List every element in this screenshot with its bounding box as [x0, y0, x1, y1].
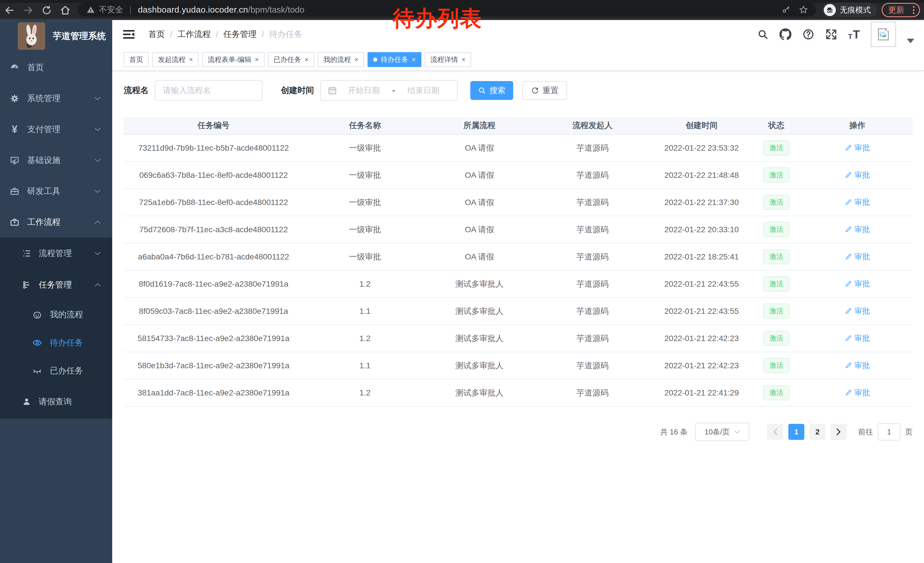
cell-task-id: 58154733-7ac8-11ec-a9e2-a2380e71991a [124, 334, 303, 343]
status-badge: 激活 [763, 195, 789, 210]
sidebar-item-home[interactable]: 首页 [0, 52, 112, 83]
tags-view: 首页 发起流程× 流程表单-编辑× 已办任务× 我的流程× 待办任务× 流程详情… [112, 49, 924, 71]
topbar: 首页 / 工作流程 / 任务管理 / 待办任务 TT [112, 20, 924, 49]
chevron-down-icon [94, 251, 101, 255]
approve-link[interactable]: 审批 [845, 251, 870, 262]
approve-link[interactable]: 审批 [845, 360, 870, 371]
sidebar-item-workflow[interactable]: 工作流程 [0, 207, 112, 238]
cell-task-name: 一级审批 [303, 197, 426, 208]
dashboard-icon [10, 63, 20, 72]
close-icon[interactable]: × [189, 56, 193, 63]
browser-back-button[interactable] [4, 5, 15, 16]
url-path: /bpm/task/todo [248, 5, 304, 15]
page-button-2[interactable]: 2 [810, 424, 825, 440]
bookmark-star-icon[interactable] [799, 5, 808, 15]
tab-home[interactable]: 首页 [124, 52, 149, 67]
tab-done-tasks[interactable]: 已办任务× [268, 52, 314, 67]
monitor-icon [10, 156, 20, 165]
prev-page-button[interactable] [767, 424, 783, 440]
table-row: a6aba0a4-7b6d-11ec-b781-acde48001122 一级审… [124, 243, 912, 270]
broken-image-icon [876, 27, 891, 42]
task-table: 任务编号 任务名称 所属流程 流程发起人 创建时间 状态 操作 73211d9d… [124, 117, 912, 407]
approve-link[interactable]: 审批 [845, 333, 870, 343]
process-name-label: 流程名 [124, 85, 148, 96]
app-title: 芋道管理系统 [52, 30, 106, 42]
approve-link[interactable]: 审批 [845, 306, 870, 316]
sidebar-item-payment[interactable]: ¥ 支付管理 [0, 114, 112, 145]
breadcrumb-home[interactable]: 首页 [148, 29, 165, 40]
sidebar-item-task-management[interactable]: 任务管理 [0, 269, 112, 301]
app-logo[interactable]: 芋道管理系统 [0, 20, 112, 52]
chevron-down-icon [94, 128, 101, 131]
approve-link[interactable]: 审批 [845, 170, 870, 180]
sidebar-collapse-button[interactable] [122, 29, 136, 41]
incognito-icon [824, 4, 836, 16]
cell-process: 测试多审批人 [426, 279, 532, 290]
github-icon[interactable] [780, 29, 792, 41]
chevron-up-icon [94, 283, 101, 287]
approve-link[interactable]: 审批 [845, 387, 870, 398]
process-name-input[interactable] [155, 80, 262, 101]
tab-my-process[interactable]: 我的流程× [318, 52, 364, 67]
breadcrumb: 首页 / 工作流程 / 任务管理 / 待办任务 [148, 29, 302, 40]
password-key-icon[interactable] [782, 5, 790, 14]
sidebar-item-system[interactable]: 系统管理 [0, 83, 112, 114]
tab-process-form-edit[interactable]: 流程表单-编辑× [202, 52, 264, 67]
cell-task-id: 069c6a63-7b8a-11ec-8ef0-acde48001122 [124, 171, 303, 180]
help-icon[interactable] [802, 29, 814, 41]
cell-create-time: 2022-01-22 18:25:41 [652, 252, 750, 261]
approve-link[interactable]: 审批 [845, 224, 870, 234]
cell-process: 测试多审批人 [426, 387, 532, 398]
todo-list-annotation: 待办列表 [393, 4, 482, 33]
sidebar-item-my-process[interactable]: 我的流程 [0, 301, 112, 329]
cell-task-id: a6aba0a4-7b6d-11ec-b781-acde48001122 [124, 252, 303, 261]
browser-home-button[interactable] [60, 5, 71, 16]
sidebar-item-done-tasks[interactable]: 已办任务 [0, 357, 112, 385]
cell-task-name: 一级审批 [303, 143, 426, 153]
approve-link[interactable]: 审批 [845, 143, 870, 153]
close-icon[interactable]: × [412, 56, 416, 63]
fullscreen-icon[interactable] [825, 29, 837, 41]
tab-todo-tasks[interactable]: 待办任务× [368, 52, 422, 67]
search-button[interactable]: 搜索 [470, 81, 513, 100]
cell-starter: 芋道源码 [532, 279, 652, 290]
approve-link[interactable]: 审批 [845, 279, 870, 289]
tab-start-process[interactable]: 发起流程× [152, 52, 199, 67]
breadcrumb-task-management[interactable]: 任务管理 [223, 29, 256, 40]
sidebar-item-devtools[interactable]: 研发工具 [0, 176, 112, 207]
goto-page-input[interactable] [878, 423, 900, 440]
sidebar-item-todo-tasks[interactable]: 待办任务 [0, 329, 112, 357]
next-page-button[interactable] [831, 424, 847, 440]
date-range-picker[interactable]: 开始日期 - 结束日期 [320, 80, 458, 101]
tab-process-detail[interactable]: 流程详情× [425, 52, 471, 67]
hamburger-collapse-icon [122, 29, 136, 41]
table-row: 725a1eb6-7b88-11ec-8ef0-acde48001122 一级审… [124, 189, 912, 216]
close-icon[interactable]: × [461, 56, 465, 63]
security-label: 不安全 [99, 4, 123, 15]
reload-icon [42, 5, 52, 15]
browser-menu-icon[interactable] [913, 6, 915, 14]
reset-button[interactable]: 重置 [522, 81, 567, 100]
chevron-down-icon [94, 96, 101, 101]
browser-reload-button[interactable] [41, 5, 52, 16]
sidebar-item-infrastructure[interactable]: 基础设施 [0, 145, 112, 176]
close-icon[interactable]: × [255, 56, 259, 63]
browser-forward-button[interactable] [22, 5, 34, 16]
cell-task-id: 725a1eb6-7b88-11ec-8ef0-acde48001122 [124, 198, 303, 207]
sidebar-item-process-management[interactable]: 流程管理 [0, 238, 112, 269]
page-size-select[interactable]: 10条/页 [695, 423, 749, 441]
search-icon[interactable] [757, 29, 769, 40]
sidebar: 芋道管理系统 首页 系统管理 ¥ 支付管理 基础设施 研发工具 [0, 20, 112, 563]
page-button-1[interactable]: 1 [788, 424, 804, 440]
close-icon[interactable]: × [304, 56, 309, 63]
sidebar-item-leave-query[interactable]: 请假查询 [0, 385, 112, 419]
cell-task-name: 一级审批 [303, 224, 426, 235]
close-icon[interactable]: × [354, 56, 358, 63]
browser-update-button[interactable]: 更新 [882, 3, 920, 17]
avatar-caret-icon[interactable] [907, 39, 914, 43]
avatar[interactable] [871, 22, 896, 47]
cell-create-time: 2022-01-21 22:43:55 [652, 307, 750, 316]
font-size-icon[interactable]: TT [848, 29, 860, 40]
breadcrumb-workflow[interactable]: 工作流程 [177, 29, 211, 40]
approve-link[interactable]: 审批 [845, 197, 870, 207]
